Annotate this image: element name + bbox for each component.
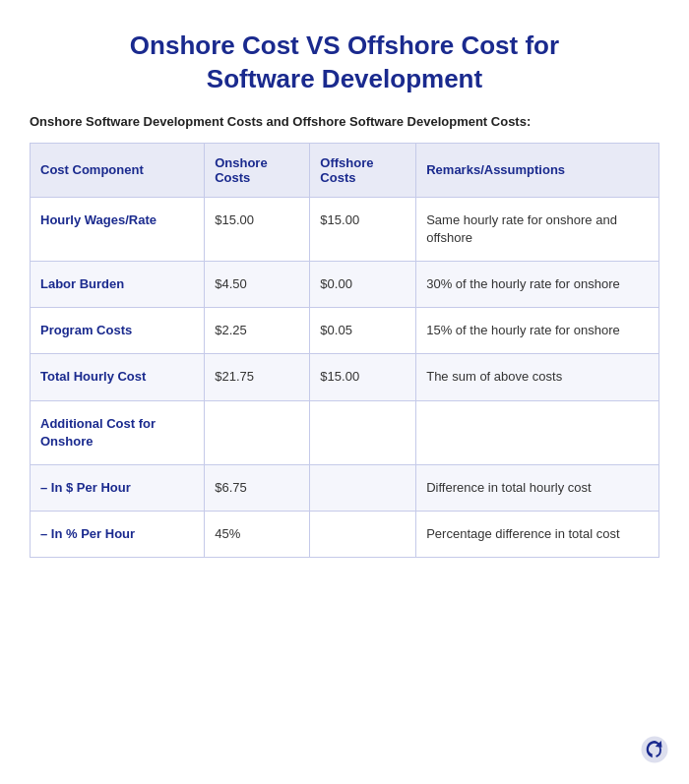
cell-offshore (310, 512, 416, 558)
cell-remarks (416, 400, 659, 464)
table-row: – In % Per Hour45%Percentage difference … (31, 512, 659, 558)
cell-component: Total Hourly Cost (31, 354, 205, 400)
cell-offshore (310, 464, 416, 511)
cell-component: – In $ Per Hour (31, 464, 205, 511)
cell-onshore: $21.75 (205, 354, 310, 400)
table-row: Labor Burden$4.50$0.0030% of the hourly … (31, 261, 659, 307)
table-row: Program Costs$2.25$0.0515% of the hourly… (31, 308, 659, 354)
table-row: Hourly Wages/Rate$15.00$15.00Same hourly… (31, 197, 659, 261)
cell-remarks: Difference in total hourly cost (416, 464, 659, 511)
table-row: Total Hourly Cost$21.75$15.00The sum of … (31, 354, 659, 400)
subtitle: Onshore Software Development Costs and O… (30, 114, 659, 129)
cell-remarks: The sum of above costs (416, 354, 659, 400)
cell-remarks: Percentage difference in total cost (416, 512, 659, 558)
cell-offshore: $15.00 (310, 354, 416, 400)
cell-onshore (205, 400, 310, 464)
cell-remarks: 15% of the hourly rate for onshore (416, 308, 659, 354)
cell-remarks: 30% of the hourly rate for onshore (416, 261, 659, 307)
brand-logo-icon (640, 735, 669, 764)
cell-onshore: $15.00 (205, 197, 310, 261)
cell-component: Hourly Wages/Rate (31, 197, 205, 261)
cell-onshore: $2.25 (205, 308, 310, 354)
cell-onshore: $6.75 (205, 464, 310, 511)
header-cost-component: Cost Component (31, 143, 205, 197)
comparison-table: Cost Component Onshore Costs Offshore Co… (30, 143, 659, 559)
cell-offshore: $0.00 (310, 261, 416, 307)
cell-component: – In % Per Hour (31, 512, 205, 558)
header-offshore-costs: Offshore Costs (310, 143, 416, 197)
main-title: Onshore Cost VS Offshore Cost for Softwa… (30, 30, 659, 96)
header-onshore-costs: Onshore Costs (205, 143, 310, 197)
table-row: – In $ Per Hour$6.75Difference in total … (31, 464, 659, 511)
cell-onshore: $4.50 (205, 261, 310, 307)
cell-component: Labor Burden (31, 261, 205, 307)
logo-container (640, 735, 669, 768)
cell-component: Additional Cost for Onshore (31, 400, 205, 464)
table-row: Additional Cost for Onshore (31, 400, 659, 464)
cell-component: Program Costs (31, 308, 205, 354)
cell-offshore (310, 400, 416, 464)
cell-remarks: Same hourly rate for onshore and offshor… (416, 197, 659, 261)
svg-point-0 (642, 737, 668, 763)
cell-offshore: $0.05 (310, 308, 416, 354)
page-container: Onshore Cost VS Offshore Cost for Softwa… (0, 0, 689, 784)
table-header-row: Cost Component Onshore Costs Offshore Co… (31, 143, 659, 197)
header-remarks: Remarks/Assumptions (416, 143, 659, 197)
cell-onshore: 45% (205, 512, 310, 558)
cell-offshore: $15.00 (310, 197, 416, 261)
